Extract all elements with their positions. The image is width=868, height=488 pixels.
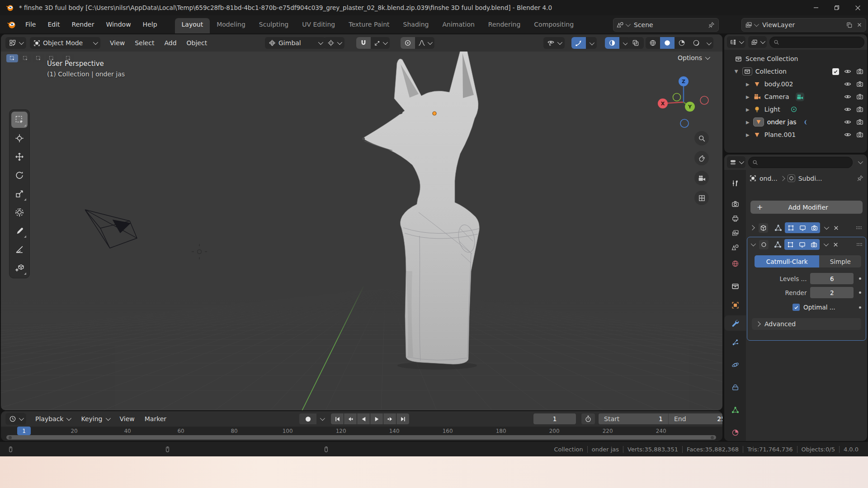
playback-menu[interactable]: Playback (30, 415, 75, 422)
outliner-filter-dropdown[interactable] (748, 36, 767, 48)
tab-data-properties[interactable] (724, 402, 746, 418)
timeline-ruler[interactable]: 1 20406080100120140160180200220240 (1, 427, 722, 435)
on-cage-toggle[interactable] (774, 241, 782, 249)
camera-view-button[interactable] (694, 171, 709, 185)
hide-eye-icon[interactable] (844, 118, 851, 126)
outliner-row-plane001[interactable]: ▶ Plane.001 (724, 128, 867, 141)
shading-wireframe-button[interactable] (646, 37, 660, 49)
gizmo-x-neg-axis[interactable] (700, 96, 708, 104)
camera-object[interactable] (85, 210, 137, 248)
expand-modifier-icon[interactable] (750, 225, 755, 230)
outliner-row-body002[interactable]: ▶ body.002 (724, 78, 867, 90)
timeline-editor-type-button[interactable] (5, 413, 26, 425)
close-button[interactable] (847, 0, 868, 15)
3d-viewport[interactable]: Object Mode View Select Add Object Gimba… (1, 34, 722, 410)
tool-annotate[interactable] (11, 223, 28, 239)
tab-rendering[interactable]: Rendering (481, 18, 528, 33)
modifier-extras-dropdown[interactable] (824, 225, 829, 230)
tab-modifier-properties[interactable] (724, 315, 746, 331)
menu-window[interactable]: Window (100, 15, 137, 33)
pin-icon[interactable] (708, 22, 715, 28)
tab-render-properties[interactable] (724, 196, 746, 211)
realtime-display-toggle[interactable] (797, 222, 808, 233)
light-data-icon[interactable] (790, 106, 797, 113)
render-visibility-icon[interactable] (856, 80, 863, 88)
minimize-button[interactable] (806, 0, 826, 15)
shading-material-button[interactable] (675, 37, 689, 49)
overlays-toggle[interactable] (605, 37, 619, 49)
ortho-toggle-button[interactable] (694, 191, 709, 205)
snap-toggle[interactable] (356, 37, 371, 49)
proportional-falloff-dropdown[interactable] (415, 39, 434, 47)
viewlayer-selector[interactable]: ViewLayer (741, 18, 866, 32)
hide-eye-icon[interactable] (844, 68, 851, 75)
timeline-marker-menu[interactable]: Marker (140, 415, 171, 422)
light-object[interactable] (192, 244, 207, 259)
collapse-modifier-icon[interactable] (751, 241, 756, 246)
next-keyframe-button[interactable] (383, 413, 396, 424)
play-button[interactable] (370, 413, 383, 424)
hide-eye-icon[interactable] (844, 106, 851, 113)
properties-editor-type-button[interactable] (727, 156, 745, 168)
tab-scene-properties[interactable] (724, 239, 746, 255)
tool-options-dropdown[interactable]: Options (678, 54, 709, 61)
zoom-tool-button[interactable] (694, 131, 709, 145)
tab-physics-properties[interactable] (724, 357, 746, 372)
tab-constraint-properties[interactable] (724, 380, 746, 395)
viewport-menu-view[interactable]: View (105, 39, 130, 47)
modifier-row-collapsed[interactable] (748, 221, 864, 235)
pin-icon[interactable] (857, 175, 863, 182)
frame-end-field[interactable]: End 250 (669, 413, 722, 424)
tab-modeling[interactable]: Modeling (210, 18, 252, 33)
blender-logo-icon[interactable] (6, 19, 17, 30)
render-visibility-icon[interactable] (856, 93, 863, 100)
hide-eye-icon[interactable] (844, 131, 851, 138)
tab-sculpting[interactable]: Sculpting (252, 18, 295, 33)
pan-tool-button[interactable] (694, 151, 709, 165)
viewport-menu-object[interactable]: Object (182, 39, 212, 47)
pivot-point-dropdown[interactable] (324, 37, 344, 49)
tool-add-cube[interactable] (11, 260, 28, 276)
tab-object-properties[interactable] (724, 297, 746, 313)
tool-measure[interactable] (11, 241, 28, 258)
delete-modifier-icon[interactable] (832, 241, 839, 248)
outliner-search[interactable] (769, 37, 864, 48)
tab-collection-properties[interactable] (724, 278, 746, 294)
collection-checkbox[interactable] (832, 68, 839, 75)
outliner-row-scene-collection[interactable]: Scene Collection (724, 52, 867, 65)
copy-icon[interactable] (846, 22, 853, 28)
mode-dropdown[interactable]: Object Mode (30, 37, 100, 49)
drag-handle-icon[interactable] (855, 224, 863, 231)
record-options-dropdown[interactable] (316, 413, 327, 424)
gizmos-toggle[interactable] (571, 37, 586, 49)
tab-layout[interactable]: Layout (175, 18, 210, 33)
tab-compositing[interactable]: Compositing (527, 18, 580, 33)
modifier-row-expanded[interactable] (747, 237, 866, 252)
levels-viewport-field[interactable]: 6 (810, 273, 854, 284)
catmull-clark-button[interactable]: Catmull-Clark (755, 255, 819, 267)
tab-output-properties[interactable] (724, 211, 746, 226)
navigation-gizmo[interactable]: X Z Y (650, 70, 718, 134)
tab-tool-properties[interactable] (724, 175, 746, 191)
edit-mode-display-toggle[interactable] (784, 239, 796, 250)
render-visibility-icon[interactable] (856, 68, 863, 75)
shading-solid-button[interactable] (660, 37, 675, 49)
properties-filter-dropdown[interactable] (858, 159, 863, 164)
tool-scale[interactable] (11, 186, 28, 202)
expand-icon[interactable]: ▶ (734, 70, 739, 73)
auto-keying-record-button[interactable] (299, 413, 316, 424)
proportional-edit-toggle[interactable] (401, 37, 415, 49)
outliner-row-light[interactable]: ▶ Light (724, 103, 867, 116)
tool-move[interactable] (11, 149, 28, 165)
breadcrumb-modifier[interactable]: Subdi... (798, 175, 822, 182)
keying-menu[interactable]: Keying (75, 415, 114, 422)
add-modifier-button[interactable]: + Add Modifier (750, 201, 863, 214)
viewport-canvas[interactable] (1, 34, 722, 410)
scene-selector[interactable]: Scene (613, 18, 719, 32)
render-display-toggle[interactable] (808, 222, 820, 233)
select-mode-extend[interactable] (19, 54, 31, 62)
tool-cursor[interactable] (11, 130, 28, 146)
timeline-scrollbar[interactable] (6, 435, 716, 440)
advanced-subpanel-header[interactable]: Advanced (752, 318, 861, 330)
viewport-menu-add[interactable]: Add (159, 39, 181, 47)
